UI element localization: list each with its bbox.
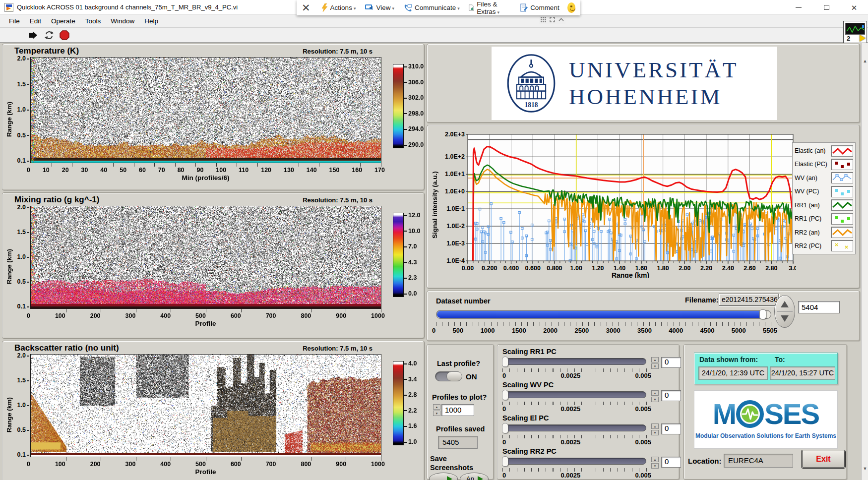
legend-sample[interactable] (831, 240, 853, 251)
scroll-down-icon[interactable]: ▼ (862, 465, 868, 472)
scaling-panel: Scaling RR1 PC ▲▼ 0 00.00250.005 Scaling… (497, 344, 680, 480)
colorbar-tick-label: 2.8 (404, 391, 417, 398)
toolbar-close-icon[interactable]: ✕ (302, 2, 310, 13)
slider-thumb[interactable] (502, 456, 508, 467)
legend-label: RR2 (an) (795, 229, 831, 236)
menu-edit[interactable]: Edit (25, 15, 46, 28)
colorbar-tick-label: 0.0 (404, 290, 420, 297)
legend-sample[interactable] (831, 213, 853, 225)
slider-tick-label: 0 (502, 372, 506, 379)
scaling-wv-spinner[interactable]: ▲▼ (651, 390, 659, 402)
scaling-rr1-spinner[interactable]: ▲▼ (651, 357, 659, 369)
svg-text:2.80: 2.80 (765, 265, 777, 272)
scaling-rr2-value[interactable]: 0 (661, 457, 681, 468)
run-button[interactable] (28, 30, 39, 40)
legend-sample[interactable] (831, 145, 853, 157)
fullscreen-icon[interactable] (550, 17, 555, 22)
view-menu[interactable]: View (362, 4, 397, 11)
minimize-button[interactable] (785, 0, 812, 15)
scaling-wv-value[interactable]: 0 (661, 390, 681, 401)
profiles-to-plot-value[interactable]: 1000 (441, 404, 474, 416)
actions-menu[interactable]: Actions (318, 3, 359, 12)
menu-bar: File Edit Operate Tools Window Help (0, 15, 868, 28)
vertical-scrollbar[interactable]: ▲ ▼ (861, 43, 868, 480)
svg-text:1.0E-4: 1.0E-4 (446, 257, 465, 264)
slider-thumb[interactable] (502, 357, 508, 367)
legend-item[interactable]: RR1 (an) (795, 199, 853, 212)
svg-text:1.80: 1.80 (657, 265, 669, 272)
grid-icon[interactable] (541, 17, 546, 22)
scaling-wv-slider[interactable] (502, 391, 646, 398)
x-tick-label: 200 (90, 461, 101, 468)
university-name-line1: UNIVERSITÄT (569, 57, 738, 83)
legend-sample[interactable] (831, 186, 853, 197)
scaling-rr2-spinner[interactable]: ▲▼ (651, 457, 659, 469)
abort-button[interactable] (60, 30, 69, 40)
colorbar-labels: 12.010.07.04.32.30.0 (404, 212, 420, 297)
spinner-up-icon[interactable] (781, 301, 789, 307)
legend-item[interactable]: RR2 (an) (795, 226, 853, 239)
profiles-to-plot-spinner[interactable]: ▲▼ (433, 404, 440, 416)
legend-label: RR2 (PC) (795, 242, 831, 249)
menu-operate[interactable]: Operate (46, 15, 80, 28)
scaling-rr1-slider[interactable] (502, 358, 646, 365)
maximize-button[interactable] (812, 0, 840, 15)
legend-item[interactable]: RR2 (PC) (795, 240, 853, 252)
menu-window[interactable]: Window (106, 15, 139, 28)
comment-menu[interactable]: Comment (517, 3, 562, 12)
dataset-spinner[interactable] (774, 295, 795, 328)
chevron-up-icon[interactable] (558, 18, 564, 22)
legend-sample[interactable] (831, 227, 853, 238)
scroll-up-icon[interactable]: ▲ (862, 58, 868, 64)
slider-thumb[interactable] (502, 423, 508, 433)
slider-tick-label: 0.0025 (560, 405, 580, 413)
colorbar-labels: 4.03.42.82.21.61.0 (404, 360, 417, 445)
legend-item[interactable]: Elastic (PC) (795, 158, 853, 171)
x-tick-label: 70 (158, 167, 165, 174)
scaling-rr1-value[interactable]: 0 (661, 357, 681, 368)
last-profile-toggle[interactable] (435, 371, 462, 381)
scaling-el-value[interactable]: 0 (661, 423, 681, 434)
x-tick-label: 0 (27, 167, 30, 174)
scaling-el-spinner[interactable]: ▲▼ (651, 423, 659, 435)
dataset-value[interactable]: 5404 (798, 301, 840, 313)
dataset-slider[interactable] (436, 310, 771, 319)
legend-item[interactable]: Elastic (an) (795, 144, 853, 157)
colorbar-tick-label: 298.0 (404, 110, 424, 117)
legend-sample[interactable] (831, 172, 853, 183)
slider-tick-label: 0 (502, 438, 506, 446)
x-tick-label: 160 (352, 167, 362, 174)
legend-item[interactable]: WV (PC) (795, 185, 853, 198)
legend-item[interactable]: WV (an) (795, 172, 853, 184)
files-extras-menu[interactable]: Files & Extras (466, 0, 514, 15)
smiley-icon[interactable] (567, 2, 575, 13)
dataset-slider-thumb[interactable] (759, 309, 766, 319)
backscatter-colorbar (393, 361, 404, 445)
scaling-rr2-slider[interactable] (502, 458, 646, 465)
close-button[interactable]: ✕ (840, 0, 868, 15)
run-continuously-button[interactable] (44, 30, 55, 40)
toggle-knob[interactable] (446, 371, 462, 381)
svg-text:1.60: 1.60 (635, 265, 647, 272)
save-screenshot-button[interactable] (429, 473, 458, 480)
legend-sample[interactable] (831, 199, 853, 211)
menu-file[interactable]: File (4, 15, 25, 28)
run-arrow-icon (860, 35, 866, 42)
scaling-el-slider[interactable] (502, 424, 646, 431)
signal-legend: Elastic (an)Elastic (PC)WV (an)WV (PC)RR… (792, 142, 856, 254)
legend-sample[interactable] (831, 159, 853, 170)
menu-tools[interactable]: Tools (80, 15, 106, 28)
spinner-down-icon[interactable] (781, 315, 789, 322)
x-tick-label: 80 (178, 167, 185, 174)
x-tick-label: 400 (160, 461, 171, 468)
location-value[interactable]: EUREC4A (724, 454, 793, 468)
slider-thumb[interactable] (502, 390, 508, 400)
exit-button[interactable]: Exit (802, 451, 845, 468)
svg-text:2.00: 2.00 (679, 265, 690, 272)
slider-ticks (502, 402, 647, 405)
save-screenshot-an-button[interactable]: An (460, 473, 489, 480)
menu-help[interactable]: Help (139, 15, 163, 28)
legend-item[interactable]: RR1 (PC) (795, 212, 853, 225)
comment-icon (520, 3, 528, 12)
communicate-menu[interactable]: Communicate (400, 4, 463, 12)
